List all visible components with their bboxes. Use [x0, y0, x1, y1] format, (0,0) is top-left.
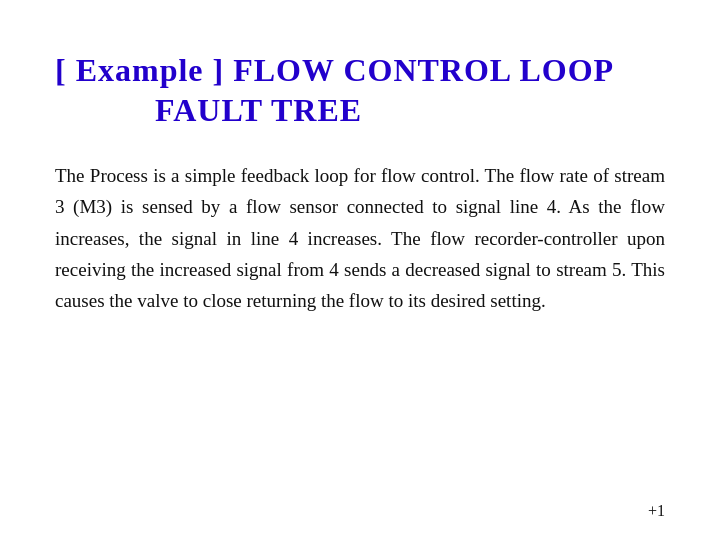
title-block: [ Example ] FLOW CONTROL LOOP FAULT TREE: [55, 50, 665, 130]
title-line-2: FAULT TREE: [55, 90, 665, 130]
body-paragraph: The Process is a simple feedback loop fo…: [55, 160, 665, 317]
title-line-1: [ Example ] FLOW CONTROL LOOP: [55, 50, 665, 90]
slide-container: [ Example ] FLOW CONTROL LOOP FAULT TREE…: [0, 0, 720, 540]
page-number: +1: [648, 502, 665, 520]
